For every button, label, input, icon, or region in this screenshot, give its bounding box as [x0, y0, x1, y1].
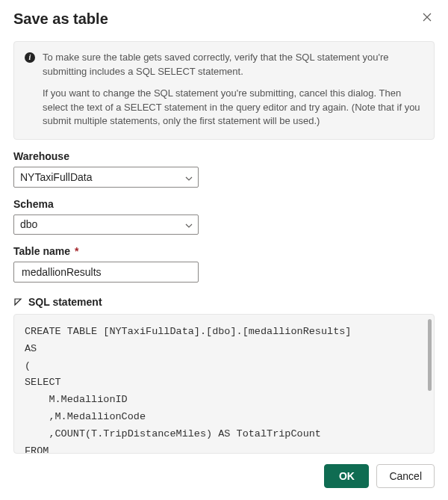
dialog-footer: OK Cancel: [13, 454, 435, 500]
table-name-label: Table name *: [13, 245, 435, 257]
schema-label: Schema: [13, 198, 435, 210]
table-name-input-wrap: [13, 262, 199, 282]
info-paragraph-2: If you want to change the SQL statement …: [43, 87, 423, 129]
expand-icon: [13, 297, 22, 306]
warehouse-value: NYTaxiFullData: [20, 171, 92, 183]
info-paragraph-1: To make sure the table gets saved correc…: [43, 51, 423, 79]
sql-code-text: CREATE TABLE [NYTaxiFullData].[dbo].[med…: [25, 326, 351, 454]
schema-value: dbo: [20, 218, 37, 230]
schema-select[interactable]: dbo: [13, 214, 199, 235]
close-button[interactable]: [420, 10, 435, 25]
warehouse-label: Warehouse: [13, 150, 435, 162]
scrollbar-thumb[interactable]: [428, 319, 432, 391]
save-as-table-dialog: Save as table i To make sure the table g…: [0, 0, 448, 500]
info-text: To make sure the table gets saved correc…: [43, 51, 423, 129]
required-asterisk: *: [75, 245, 78, 257]
ok-button[interactable]: OK: [324, 464, 369, 488]
dialog-header: Save as table: [13, 10, 435, 28]
cancel-button[interactable]: Cancel: [376, 464, 435, 488]
sql-statement-label: SQL statement: [28, 296, 102, 308]
chevron-down-icon: [185, 218, 192, 230]
sql-code-block[interactable]: CREATE TABLE [NYTaxiFullData].[dbo].[med…: [13, 314, 435, 454]
close-icon: [423, 11, 432, 24]
table-name-input[interactable]: [20, 265, 192, 279]
chevron-down-icon: [185, 171, 192, 183]
sql-statement-toggle[interactable]: SQL statement: [13, 296, 435, 308]
info-icon: i: [25, 52, 35, 63]
info-message: i To make sure the table gets saved corr…: [13, 41, 435, 140]
warehouse-select[interactable]: NYTaxiFullData: [13, 167, 199, 187]
dialog-title: Save as table: [13, 10, 108, 28]
